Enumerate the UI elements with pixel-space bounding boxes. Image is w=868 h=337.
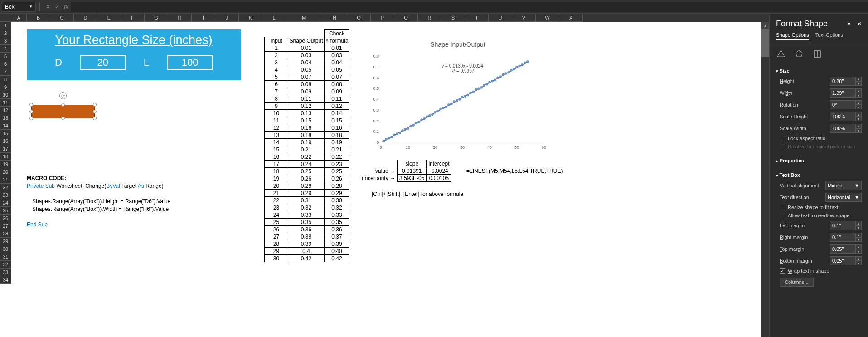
valign-select[interactable]: Middle▼ xyxy=(825,181,862,190)
table-cell[interactable]: 0.18 xyxy=(288,132,325,139)
spin-up-icon[interactable]: ▲ xyxy=(855,124,862,128)
table-cell[interactable]: 26 xyxy=(265,226,288,233)
col-header[interactable]: F xyxy=(121,14,145,22)
spin-down-icon[interactable]: ▼ xyxy=(855,237,862,242)
table-cell[interactable]: 0.33 xyxy=(288,211,325,219)
spin-down-icon[interactable]: ▼ xyxy=(855,225,862,230)
table-cell[interactable]: 0.12 xyxy=(325,103,349,110)
table-cell[interactable]: 0.42 xyxy=(288,255,325,262)
select-all-corner[interactable] xyxy=(0,14,11,22)
resize-handle[interactable] xyxy=(93,117,97,120)
row-header[interactable]: 24 xyxy=(0,199,11,207)
columns-button[interactable]: Columns... xyxy=(780,278,814,287)
panel-dropdown-icon[interactable]: ▼ xyxy=(846,21,852,27)
table-cell[interactable]: 0.35 xyxy=(325,219,349,226)
grid-content[interactable]: Your Rectangle Size (inches) D 20 L 100 … xyxy=(11,22,769,337)
col-header[interactable]: E xyxy=(97,14,121,22)
selected-shape-box[interactable]: ⟳ xyxy=(31,105,95,118)
table-cell[interactable]: 0.04 xyxy=(325,59,349,66)
tab-text-options[interactable]: Text Options xyxy=(815,32,843,40)
scale-width-input[interactable] xyxy=(830,124,855,133)
table-cell[interactable]: 0.21 xyxy=(325,146,349,153)
table-cell[interactable]: 0.35 xyxy=(288,219,325,226)
table-cell[interactable]: 0.07 xyxy=(325,73,349,81)
table-cell[interactable]: 29 xyxy=(265,248,288,255)
table-cell[interactable]: 10 xyxy=(265,110,288,117)
table-cell[interactable]: 14 xyxy=(265,139,288,146)
cancel-icon[interactable]: ✕ xyxy=(44,2,53,11)
row-header[interactable]: 18 xyxy=(0,153,11,161)
spin-down-icon[interactable]: ▼ xyxy=(855,249,862,254)
col-header[interactable]: W xyxy=(536,14,559,22)
table-cell[interactable]: 0.19 xyxy=(325,139,349,146)
table-cell[interactable]: 1 xyxy=(265,44,288,52)
row-header[interactable]: 11 xyxy=(0,99,11,107)
table-cell[interactable]: 0.37 xyxy=(325,233,349,240)
row-header[interactable]: 22 xyxy=(0,184,11,191)
table-cell[interactable]: 0.09 xyxy=(325,88,349,95)
row-header[interactable]: 25 xyxy=(0,207,11,215)
row-header[interactable]: 26 xyxy=(0,215,11,222)
spin-down-icon[interactable]: ▼ xyxy=(855,81,862,86)
col-header[interactable]: N xyxy=(322,14,347,22)
name-box-dropdown-icon[interactable]: ▼ xyxy=(29,5,33,9)
spin-up-icon[interactable]: ▲ xyxy=(855,233,862,237)
tab-shape-options[interactable]: Shape Options xyxy=(776,32,809,40)
table-cell[interactable]: 12 xyxy=(265,124,288,132)
bottom-margin-input[interactable] xyxy=(830,256,855,265)
top-margin-input[interactable] xyxy=(830,244,855,254)
table-cell[interactable]: 9 xyxy=(265,103,288,110)
resize-shape-checkbox[interactable] xyxy=(780,205,785,210)
row-header[interactable]: 14 xyxy=(0,122,11,130)
table-cell[interactable]: 0.32 xyxy=(288,204,325,211)
table-cell[interactable]: 5 xyxy=(265,73,288,81)
row-header[interactable]: 20 xyxy=(0,168,11,176)
enter-icon[interactable]: ✓ xyxy=(53,2,62,11)
scatter-chart[interactable]: Shape Input/Output y = 0.0139x - 0.0024 … xyxy=(363,38,553,156)
table-cell[interactable]: 0.26 xyxy=(288,175,325,182)
col-header[interactable]: M xyxy=(286,14,322,22)
spin-down-icon[interactable]: ▼ xyxy=(855,117,862,121)
table-cell[interactable]: 0.22 xyxy=(325,153,349,161)
row-header[interactable]: 31 xyxy=(0,253,11,261)
row-header[interactable]: 15 xyxy=(0,130,11,137)
rotate-handle-icon[interactable]: ⟳ xyxy=(59,92,67,99)
row-header[interactable]: 33 xyxy=(0,269,11,276)
d-value-cell[interactable]: 20 xyxy=(80,55,126,70)
table-cell[interactable]: 7 xyxy=(265,88,288,95)
table-cell[interactable]: 0.04 xyxy=(288,59,325,66)
table-cell[interactable]: 24 xyxy=(265,211,288,219)
row-header[interactable]: 9 xyxy=(0,83,11,91)
panel-close-icon[interactable]: ✕ xyxy=(857,21,862,27)
col-header[interactable]: K xyxy=(239,14,262,22)
table-cell[interactable]: 0.16 xyxy=(288,124,325,132)
col-header[interactable]: S xyxy=(441,14,465,22)
left-margin-input[interactable] xyxy=(830,221,855,230)
col-header[interactable]: C xyxy=(50,14,74,22)
table-cell[interactable]: 20 xyxy=(265,182,288,190)
col-header[interactable]: P xyxy=(371,14,394,22)
table-cell[interactable]: 0.39 xyxy=(288,240,325,248)
col-header[interactable]: V xyxy=(512,14,536,22)
row-header[interactable]: 30 xyxy=(0,245,11,253)
table-cell[interactable]: 0.14 xyxy=(325,110,349,117)
table-cell[interactable]: 0.15 xyxy=(288,117,325,124)
table-cell[interactable]: 28 xyxy=(265,240,288,248)
lock-aspect-checkbox[interactable] xyxy=(780,136,785,141)
spin-down-icon[interactable]: ▼ xyxy=(855,105,862,109)
table-cell[interactable]: 0.07 xyxy=(288,73,325,81)
row-header[interactable]: 3 xyxy=(0,37,11,45)
table-cell[interactable]: 17 xyxy=(265,161,288,168)
table-cell[interactable]: 0.31 xyxy=(288,197,325,204)
table-cell[interactable]: 0.4 xyxy=(288,248,325,255)
row-header[interactable]: 8 xyxy=(0,76,11,83)
col-header[interactable]: L xyxy=(262,14,286,22)
row-header[interactable]: 7 xyxy=(0,68,11,76)
table-cell[interactable]: 27 xyxy=(265,233,288,240)
row-header[interactable]: 10 xyxy=(0,91,11,99)
table-cell[interactable]: 0.21 xyxy=(288,146,325,153)
table-cell[interactable]: 0.28 xyxy=(288,182,325,190)
row-header[interactable]: 5 xyxy=(0,53,11,60)
table-cell[interactable]: 0.01 xyxy=(288,44,325,52)
table-cell[interactable]: 0.05 xyxy=(325,66,349,73)
